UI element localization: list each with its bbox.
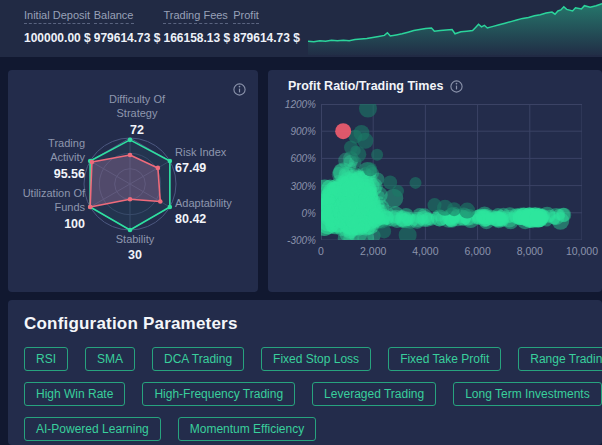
stat-initial-deposit: Initial Deposit 100000.00 $ [24, 9, 91, 45]
scatter-panel-title: Profit Ratio/Trading Times [288, 79, 463, 93]
stat-value: 100000.00 $ [24, 31, 91, 45]
x-tick-label: 10,000 [557, 245, 602, 257]
metric-label: Risk Index [175, 145, 245, 159]
stat-value: 166158.13 $ [163, 31, 230, 45]
x-tick-label: 2,000 [348, 245, 398, 257]
y-tick-label: 600% [270, 153, 316, 164]
tag-row: AI-Powered LearningMomentum Efficiency [24, 417, 586, 441]
metric-value: 30 [100, 247, 170, 263]
scatter-chart [321, 104, 582, 240]
stat-profit: Profit 879614.73 $ [233, 9, 300, 45]
y-tick-label: 900% [270, 126, 316, 137]
stat-value: 879614.73 $ [233, 31, 300, 45]
metric-label: Utilization Of Funds [21, 186, 85, 215]
x-tick-label: 4,000 [400, 245, 450, 257]
metric-adaptability: Adaptability 80.42 [175, 196, 249, 228]
config-tag-list: RSISMADCA TradingFixed Stop LossFixed Ta… [24, 347, 586, 441]
metric-value: 95.56 [27, 166, 85, 182]
config-tag-range-trading[interactable]: Range Trading [518, 347, 602, 371]
x-tick-label: 6,000 [453, 245, 503, 257]
metric-value: 100 [21, 216, 85, 232]
stat-label[interactable]: Profit [233, 9, 259, 24]
x-tick-label: 0 [296, 245, 346, 257]
config-tag-dca-trading[interactable]: DCA Trading [152, 347, 244, 371]
metric-stability: Stability 30 [100, 232, 170, 264]
stat-trading-fees: Trading Fees 166158.13 $ [163, 9, 230, 45]
y-tick-label: 300% [270, 181, 316, 192]
metric-label: Difficulty Of Strategy [101, 92, 173, 121]
config-title: Configuration Parameters [24, 314, 602, 334]
balance-sparkline-chart [308, 2, 602, 55]
metric-label: Adaptability [175, 196, 249, 210]
config-panel: Configuration Parameters RSISMADCA Tradi… [8, 300, 602, 445]
config-tag-fixed-stop-loss[interactable]: Fixed Stop Loss [261, 347, 371, 371]
profit-ratio-panel: Profit Ratio/Trading Times 1200%900%600%… [268, 70, 602, 292]
tag-row: High Win RateHigh-Frequency TradingLever… [24, 382, 586, 406]
scatter-title-text: Profit Ratio/Trading Times [288, 79, 443, 93]
config-tag-sma[interactable]: SMA [85, 347, 135, 371]
info-icon[interactable] [450, 80, 463, 93]
metric-value: 72 [101, 122, 173, 138]
config-tag-high-win-rate[interactable]: High Win Rate [24, 382, 125, 406]
config-tag-fixed-take-profit[interactable]: Fixed Take Profit [388, 347, 501, 371]
info-icon-glyph [450, 80, 463, 93]
metric-utilization-of-funds: Utilization Of Funds 100 [21, 186, 85, 232]
config-tag-ai-powered-learning[interactable]: AI-Powered Learning [24, 417, 161, 441]
stat-label[interactable]: Initial Deposit [24, 9, 90, 24]
metric-trading-activity: Trading Activity 95.56 [27, 136, 85, 182]
config-tag-high-frequency-trading[interactable]: High-Frequency Trading [142, 382, 295, 406]
metric-risk-index: Risk Index 67.49 [175, 145, 245, 177]
tag-row: RSISMADCA TradingFixed Stop LossFixed Ta… [24, 347, 586, 371]
config-tag-leveraged-trading[interactable]: Leveraged Trading [312, 382, 436, 406]
stat-label[interactable]: Trading Fees [163, 9, 227, 24]
config-tag-momentum-efficiency[interactable]: Momentum Efficiency [178, 417, 317, 441]
config-tag-rsi[interactable]: RSI [24, 347, 68, 371]
y-tick-label: 0% [270, 208, 316, 219]
stat-balance: Balance 979614.73 $ [94, 9, 161, 45]
summary-stats: Initial Deposit 100000.00 $Balance 97961… [24, 9, 303, 45]
stat-value: 979614.73 $ [94, 31, 161, 45]
summary-header: Initial Deposit 100000.00 $Balance 97961… [0, 0, 602, 57]
y-tick-label: 1200% [270, 99, 316, 110]
metric-difficulty-of-strategy: Difficulty Of Strategy 72 [101, 92, 173, 138]
stat-label[interactable]: Balance [94, 9, 134, 24]
strategy-radar-panel: Difficulty Of Strategy 72 Risk Index 67.… [8, 70, 258, 292]
trading-dashboard: Initial Deposit 100000.00 $Balance 97961… [0, 0, 602, 445]
config-tag-long-term-investments[interactable]: Long Term Investments [453, 382, 602, 406]
metric-label: Trading Activity [27, 136, 85, 165]
metric-value: 67.49 [175, 160, 245, 176]
x-tick-label: 8,000 [505, 245, 555, 257]
metric-label: Stability [100, 232, 170, 246]
metric-value: 80.42 [175, 211, 249, 227]
